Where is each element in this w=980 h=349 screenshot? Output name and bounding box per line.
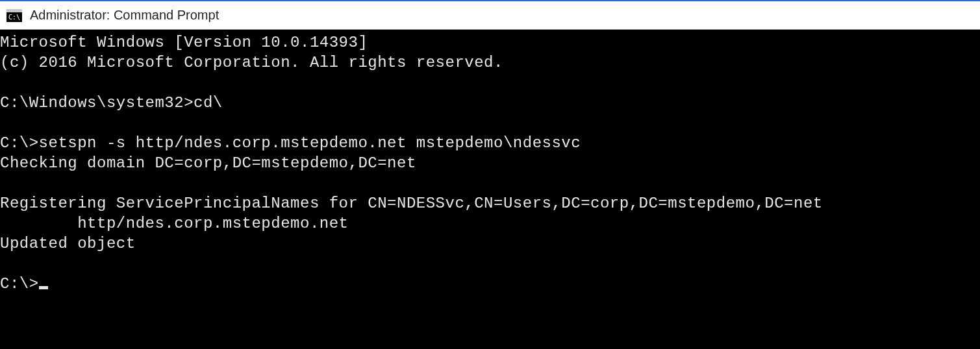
terminal-line	[0, 254, 980, 274]
terminal-line	[0, 173, 980, 193]
terminal-prompt-line: C:\>	[0, 274, 980, 294]
window-title: Administrator: Command Prompt	[30, 8, 219, 23]
cmd-icon: C:\	[6, 9, 22, 22]
current-prompt: C:\>	[0, 275, 39, 293]
terminal-line: Updated object	[0, 234, 980, 254]
command-prompt-window: C:\ Administrator: Command Prompt Micros…	[0, 0, 980, 349]
terminal-line: http/ndes.corp.mstepdemo.net	[0, 213, 980, 234]
terminal-line: C:\>setspn -s http/ndes.corp.mstepdemo.n…	[0, 133, 980, 153]
terminal-line	[0, 73, 980, 93]
terminal-line: Checking domain DC=corp,DC=mstepdemo,DC=…	[0, 153, 980, 173]
terminal-line: (c) 2016 Microsoft Corporation. All righ…	[0, 53, 980, 73]
terminal-line	[0, 113, 980, 133]
svg-rect-1	[6, 9, 22, 12]
terminal-line: C:\Windows\system32>cd\	[0, 93, 980, 113]
terminal-line: Registering ServicePrincipalNames for CN…	[0, 193, 980, 213]
svg-text:C:\: C:\	[8, 14, 20, 21]
cursor-icon	[39, 286, 48, 289]
terminal-line: Microsoft Windows [Version 10.0.14393]	[0, 32, 980, 53]
terminal-output[interactable]: Microsoft Windows [Version 10.0.14393](c…	[0, 30, 980, 349]
titlebar[interactable]: C:\ Administrator: Command Prompt	[0, 1, 980, 30]
